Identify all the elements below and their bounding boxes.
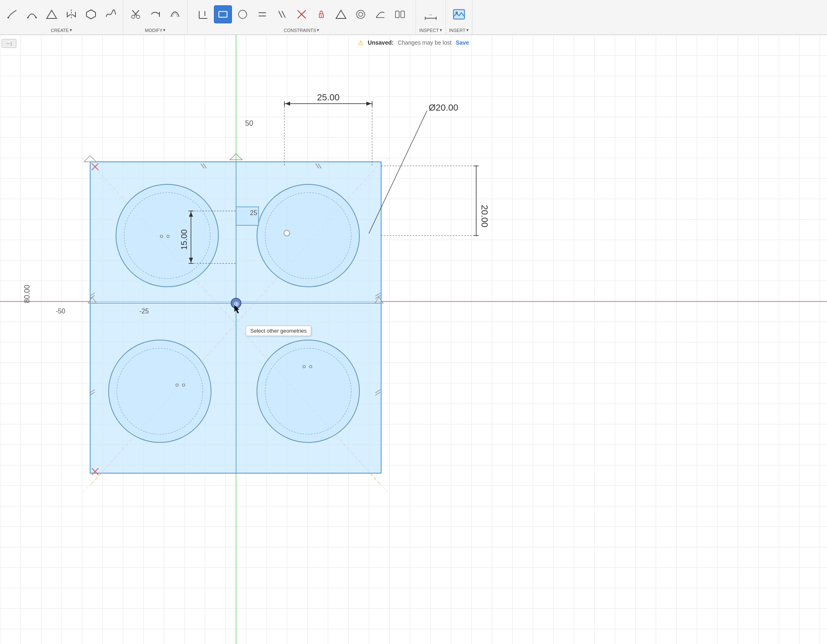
svg-marker-5	[86, 10, 95, 19]
arrow-25-right	[366, 102, 371, 106]
svg-marker-3	[47, 10, 57, 18]
tool-concentric[interactable]	[352, 5, 370, 23]
tool-tangent[interactable]	[371, 5, 389, 23]
canvas-area[interactable]: 25.00 Ø20.00 20.00 15.00 50 80.00 -50 -2…	[0, 35, 827, 644]
toolbar-group-insert: INSERT ▾	[446, 0, 473, 34]
dim-text-25: 25.00	[317, 92, 339, 102]
svg-line-19	[282, 11, 285, 18]
tool-mirror-h[interactable]	[62, 5, 80, 23]
create-tools	[3, 2, 120, 27]
create-dropdown-icon: ▾	[70, 27, 72, 33]
tool-scissors[interactable]	[127, 5, 145, 23]
insert-dropdown-icon: ▾	[466, 27, 469, 33]
inspect-tools: ↔	[422, 2, 440, 27]
svg-point-1	[27, 17, 29, 18]
svg-point-7	[136, 15, 140, 18]
tool-dimension[interactable]: ↔	[422, 5, 440, 23]
toolbar-group-inspect: ↔ INSPECT ▾	[416, 0, 446, 34]
dim-text-15: 15.00	[179, 229, 189, 250]
coord-50: 50	[245, 119, 253, 127]
unsaved-label: Unsaved:	[368, 39, 393, 46]
tool-symmetric[interactable]	[391, 5, 409, 23]
dim-text-diameter: Ø20.00	[429, 102, 458, 113]
toolbar-group-modify: MODIFY ▾	[123, 0, 188, 34]
svg-line-18	[279, 11, 282, 18]
modify-dropdown-icon: ▾	[163, 27, 166, 33]
svg-rect-29	[401, 11, 404, 18]
tool-curve[interactable]	[102, 5, 120, 23]
constraints-dropdown-icon: ▾	[317, 27, 319, 33]
svg-text:↔: ↔	[429, 12, 433, 16]
toolbar-group-create: CREATE ▾	[0, 0, 123, 34]
toolbar-group-constraints: CONSTRAINTS ▾	[188, 0, 416, 34]
tool-cross[interactable]	[293, 5, 311, 23]
tool-triangle[interactable]	[43, 5, 61, 23]
sketch-canvas[interactable]: 25.00 Ø20.00 20.00 15.00 50 80.00 -50 -2…	[0, 35, 827, 644]
tool-offset[interactable]	[166, 5, 184, 23]
circle-tr-center	[284, 230, 290, 236]
constraint-triangle-tl	[84, 156, 96, 162]
svg-rect-14	[219, 11, 227, 17]
insert-label[interactable]: INSERT ▾	[449, 27, 469, 33]
tool-line[interactable]	[3, 5, 21, 23]
warning-icon: ⚠	[358, 39, 364, 47]
tool-perpendicular[interactable]	[194, 5, 212, 23]
tool-arc-line[interactable]	[23, 5, 41, 23]
tool-angle[interactable]	[332, 5, 350, 23]
svg-point-23	[321, 15, 322, 16]
svg-point-0	[7, 17, 9, 18]
notification-bar: ⚠ Unsaved: Changes may be lost Save	[0, 35, 827, 50]
tool-circle-constraint[interactable]	[234, 5, 252, 23]
svg-point-6	[132, 15, 135, 18]
collapse-icon: ─ |	[7, 41, 11, 46]
create-label[interactable]: CREATE ▾	[51, 27, 72, 33]
insert-tools	[450, 2, 468, 27]
circle-bottom-right[interactable]	[257, 340, 359, 442]
svg-marker-24	[336, 10, 346, 18]
constraints-tools	[194, 2, 409, 27]
svg-point-26	[359, 12, 363, 16]
svg-point-15	[239, 10, 247, 18]
modify-tools	[127, 2, 184, 27]
constraints-label[interactable]: CONSTRAINTS ▾	[284, 27, 320, 33]
circle-bottom-left[interactable]	[109, 340, 211, 442]
inspect-label[interactable]: INSPECT ▾	[419, 27, 442, 33]
origin-marker-text: ⊕	[234, 300, 239, 307]
tool-parallel[interactable]	[273, 5, 291, 23]
toolbar: CREATE ▾	[0, 0, 827, 35]
dim-text-20: 20.00	[479, 205, 490, 227]
tool-image[interactable]	[450, 5, 468, 23]
unsaved-message: Changes may be lost	[398, 39, 452, 46]
tool-rectangle[interactable]	[214, 5, 232, 23]
tool-equal[interactable]	[253, 5, 271, 23]
svg-rect-28	[395, 11, 399, 18]
arrow-25-left	[285, 102, 290, 106]
tool-polygon[interactable]	[82, 5, 100, 23]
modify-label[interactable]: MODIFY ▾	[145, 27, 166, 33]
save-button[interactable]: Save	[456, 39, 469, 46]
coord-neg25: -25	[139, 308, 149, 315]
coord-80: 80.00	[23, 285, 31, 303]
inspect-dropdown-icon: ▾	[440, 27, 442, 33]
coord-neg50: -50	[56, 308, 65, 315]
svg-point-2	[35, 17, 37, 18]
circle-top-right[interactable]	[257, 184, 359, 287]
collapse-panel-button[interactable]: ─ |	[2, 39, 16, 48]
coord-25-label: 25	[250, 209, 257, 216]
svg-point-25	[357, 10, 365, 18]
tool-extend[interactable]	[146, 5, 164, 23]
tool-fix[interactable]	[312, 5, 330, 23]
